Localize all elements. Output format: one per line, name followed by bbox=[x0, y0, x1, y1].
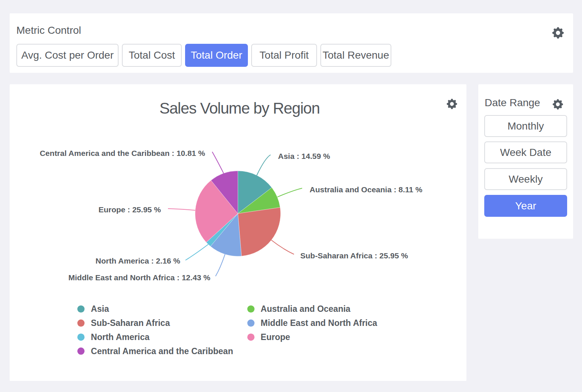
svg-text:Australia and Oceania: Australia and Oceania bbox=[261, 304, 350, 314]
svg-text:Central America and the Caribb: Central America and the Caribbean : 10.8… bbox=[40, 149, 205, 157]
svg-text:North America: North America bbox=[91, 332, 150, 342]
svg-text:Europe: Europe bbox=[261, 332, 290, 342]
svg-text:Middle East and North Africa: Middle East and North Africa bbox=[261, 318, 377, 328]
svg-text:Sub-Saharan Africa: Sub-Saharan Africa bbox=[91, 318, 170, 328]
svg-text:Europe : 25.95 %: Europe : 25.95 % bbox=[98, 205, 161, 214]
svg-text:Asia: Asia bbox=[91, 304, 109, 314]
svg-text:Middle East and North Africa :: Middle East and North Africa : 12.43 % bbox=[68, 273, 210, 282]
svg-text:Central America and the Caribb: Central America and the Caribbean bbox=[91, 346, 233, 356]
svg-text:Sub-Saharan Africa : 25.95 %: Sub-Saharan Africa : 25.95 % bbox=[300, 251, 408, 260]
svg-text:Asia : 14.59 %: Asia : 14.59 % bbox=[278, 152, 330, 160]
svg-text:North America : 2.16 %: North America : 2.16 % bbox=[96, 257, 180, 265]
svg-text:Australia and Oceania : 8.11 %: Australia and Oceania : 8.11 % bbox=[310, 185, 423, 194]
